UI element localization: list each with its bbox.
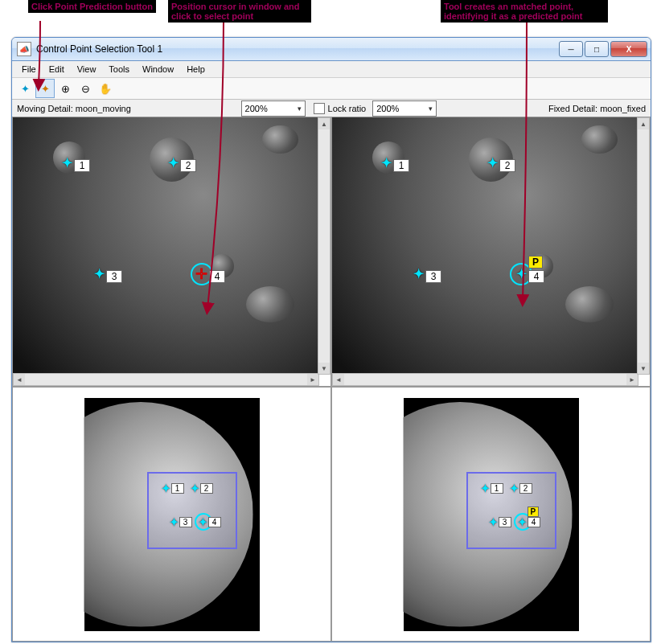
lock-ratio-label: Lock ratio [328,104,367,113]
fixed-image: ✦1 ✦2 ✦3 ✦P4 [332,117,650,375]
arrow-to-predict-button [32,19,48,92]
fixed-detail-pane[interactable]: ✦1 ✦2 ✦3 ✦P4 ◄► ▲▼ [331,117,651,387]
moving-detail-label: Moving Detail: moon_moving [17,104,131,113]
cp-label: 3 [106,270,122,283]
toolbar: ✦ ✦ ⊕ ⊖ ✋ [12,78,651,100]
maximize-button[interactable]: □ [585,41,609,57]
fixed-overview-image: ✦1 ✦2 ✦3 ✦P4 [404,398,579,631]
zoom-fixed-select[interactable]: 200% [372,100,437,117]
moving-image: ✦1 ✦2 ✦3 ✛4 [13,117,330,375]
cp-label: 1 [171,483,184,494]
zoom-moving-select[interactable]: 200% [241,100,306,117]
zoom-out-button[interactable]: ⊖ [76,79,95,98]
v-scrollbar[interactable]: ▲▼ [637,117,650,375]
cp-label: 2 [499,159,515,172]
zoom-in-button[interactable]: ⊕ [55,79,75,98]
pan-button[interactable]: ✋ [96,79,115,98]
info-bar: Moving Detail: moon_moving 200% Lock rat… [12,100,651,118]
cp-label: 4 [208,517,221,527]
add-point-icon: ✦ [21,83,30,95]
v-scrollbar[interactable]: ▲▼ [318,117,330,375]
lock-ratio-checkbox[interactable] [314,103,325,114]
moving-overview-image: ✦1 ✦2 ✦3 ✦4 [84,398,260,631]
control-point[interactable]: ✦2 [167,158,179,169]
arrow-to-fixed-pane [515,19,539,309]
h-scrollbar[interactable]: ◄► [13,373,319,386]
moving-overview-pane[interactable]: ✦1 ✦2 ✦3 ✦4 [12,387,331,642]
cp-label: 2 [519,483,532,494]
annotation-predict: Click Point Prediction button [28,0,156,13]
cp-label: 4 [528,517,540,527]
content-area: ✦1 ✦2 ✦3 ✛4 ◄► ▲▼ ✦1 ✦2 ✦3 ✦P4 ◄► ▲▼ [12,117,651,642]
main-window: 📣 Control Point Selection Tool 1 ─ □ X F… [11,37,651,642]
predicted-label: P [528,507,540,517]
control-point[interactable]: ✦1 [380,158,392,169]
pan-icon: ✋ [99,83,112,95]
zoom-out-icon: ⊖ [81,83,90,95]
h-scrollbar[interactable]: ◄► [332,373,638,386]
cp-label: 3 [499,517,511,527]
menu-view[interactable]: View [71,63,103,76]
menu-window[interactable]: Window [136,63,180,76]
cp-label: 3 [179,517,192,527]
cp-label: 3 [425,270,441,283]
cp-label: 2 [200,483,213,494]
fixed-overview-pane[interactable]: ✦1 ✦2 ✦3 ✦P4 [331,387,651,642]
moving-detail-pane[interactable]: ✦1 ✦2 ✦3 ✛4 ◄► ▲▼ [12,117,331,387]
control-point[interactable]: ✦1 [61,158,72,169]
menubar: File Edit View Tools Window Help [12,61,651,78]
app-icon: 📣 [17,42,31,56]
window-title: Control Point Selection Tool 1 [36,43,557,55]
arrow-to-moving-pane [199,19,232,317]
cp-label: 1 [491,483,503,494]
minimize-button[interactable]: ─ [559,41,583,57]
control-point[interactable]: ✦3 [93,269,105,280]
menu-tools[interactable]: Tools [102,63,136,76]
annotation-position: Position cursor in window and click to s… [168,0,311,23]
cp-label: 1 [393,159,409,172]
titlebar: 📣 Control Point Selection Tool 1 ─ □ X [12,38,651,61]
cp-label: 1 [74,159,90,172]
cp-label: 2 [180,159,196,172]
annotation-predicted-point: Tool creates an matched point, identifyi… [441,0,608,23]
zoom-in-icon: ⊕ [61,83,70,95]
fixed-detail-label: Fixed Detail: moon_fixed [548,104,646,113]
window-buttons: ─ □ X [557,41,647,57]
close-button[interactable]: X [610,41,647,57]
control-point[interactable]: ✦3 [413,269,424,280]
control-point[interactable]: ✦2 [487,158,498,169]
